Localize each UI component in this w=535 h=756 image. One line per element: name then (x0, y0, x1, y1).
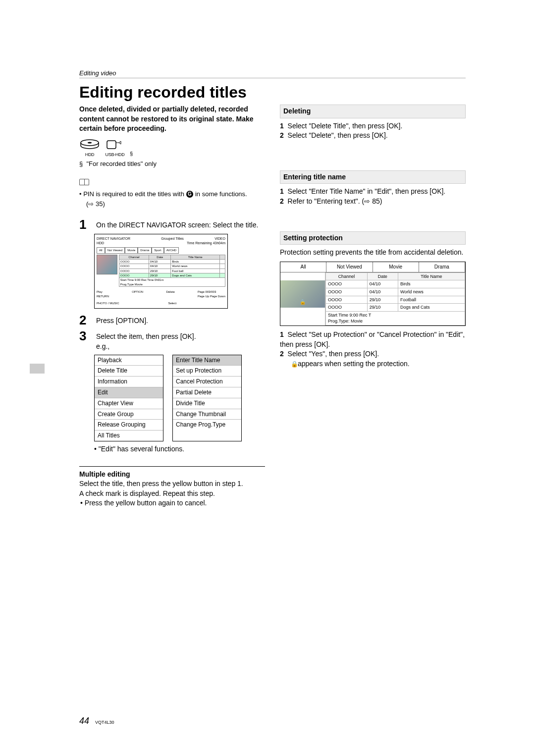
usb-hdd-label: USB-HDD (105, 152, 125, 158)
svg-point-1 (88, 142, 92, 143)
usb-hdd-icon: USB-HDD (105, 139, 125, 158)
prot-step-1: Select "Set up Protection" or "Cancel Pr… (280, 330, 465, 348)
svg-rect-2 (107, 141, 116, 149)
setting-protection-head: Setting protection (280, 231, 466, 245)
step-3-text: Select the item, then press [OK]. e.g., (96, 329, 265, 351)
pin-note: • PIN is required to edit the titles wit… (79, 190, 265, 199)
entering-title-head: Entering title name (280, 170, 466, 184)
pin-ref: (⇨ 35) (86, 200, 265, 209)
del-step-1: Select "Delete Title", then press [OK]. (288, 122, 403, 130)
step-3-num: 3 (79, 329, 91, 342)
multi-body-3: • Press the yellow button again to cance… (80, 498, 265, 508)
page-title: Editing recorded titles (79, 83, 466, 102)
protection-screenshot: AllNot Viewed MovieDrama 🔒 ChannelDateTi… (280, 262, 466, 326)
page-footer: 44 VQT4L30 (79, 716, 114, 726)
step-1-text: On the DIRECT NAVIGATOR screen: Select t… (96, 218, 265, 230)
lock-icon: 🔒 (300, 299, 306, 306)
protection-intro: Protection setting prevents the title fr… (280, 248, 466, 258)
section-header: Editing video (79, 69, 466, 78)
option-menu: Playback Delete Title Information Edit C… (94, 355, 163, 441)
menu-diagram: Playback Delete Title Information Edit C… (94, 355, 265, 441)
multi-body-2: A check mark is displayed. Repeat this s… (79, 489, 265, 499)
protection-note: appears when setting the protection. (298, 360, 410, 368)
hdd-icon: HDD (79, 139, 100, 158)
ent-step-1: Select "Enter Title Name" in "Edit", the… (288, 187, 446, 195)
step-2-num: 2 (79, 314, 91, 326)
deleting-head: Deleting (280, 105, 466, 118)
footnote: § "For recorded titles" only (79, 160, 265, 168)
lock-icon-inline (291, 359, 296, 369)
multiple-editing-head: Multiple editing (79, 470, 265, 480)
book-icon (79, 179, 89, 185)
step-2-text: Press [OPTION]. (96, 314, 265, 326)
divider (79, 466, 265, 467)
del-step-2: Select "Delete", then press [OK]. (288, 131, 388, 139)
page-number: 44 (79, 716, 89, 726)
edit-submenu: Enter Title Name Set up Protection Cance… (172, 355, 242, 441)
ent-step-2: Refer to "Entering text". (⇨ 85) (288, 197, 382, 205)
direct-navigator-screenshot: DIRECT NAVIGATORGrouped TitlesVIDEO HDDT… (94, 234, 228, 309)
hdd-label: HDD (79, 152, 100, 158)
warning-text: Once deleted, divided or partially delet… (79, 105, 265, 134)
g-badge-icon: G (186, 191, 193, 198)
drive-icons: HDD USB-HDD § (79, 139, 265, 158)
doc-code: VQT4L30 (95, 720, 114, 725)
multi-body-1: Select the title, then press the yellow … (79, 479, 265, 489)
margin-tab (30, 364, 45, 374)
edit-note: • "Edit" has several functions. (94, 444, 265, 454)
asterisk-icon: § (130, 150, 133, 158)
prot-step-2: Select "Yes", then press [OK]. (288, 350, 379, 358)
step-1-num: 1 (79, 218, 91, 231)
